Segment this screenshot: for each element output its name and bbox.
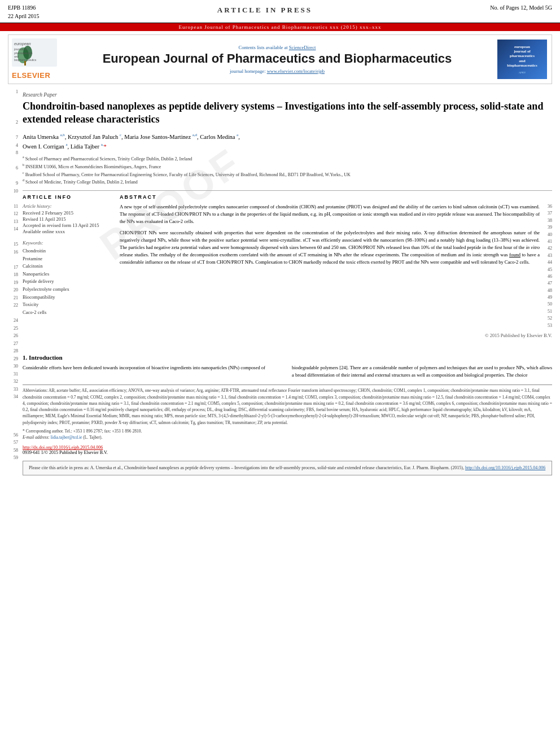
received-date: Received 2 February 2015 bbox=[23, 210, 113, 216]
intro-col-left: Considerable efforts have been dedicated… bbox=[23, 364, 283, 379]
article-info-title: ARTICLE INFO bbox=[23, 194, 113, 200]
ejpb-id: EJPB 11896 22 April 2015 bbox=[8, 3, 40, 20]
keyword-protamine: Protamine bbox=[23, 255, 113, 263]
svg-text:ELSEVIER: ELSEVIER bbox=[12, 71, 50, 80]
journal-title: European Journal of Pharmaceutics and Bi… bbox=[62, 51, 493, 66]
article-in-press-banner: ARTICLE IN PRESS bbox=[217, 3, 312, 15]
copyright-line: © 2015 Published by Elsevier B.V. bbox=[120, 333, 552, 338]
keyword-caco2: Caco-2 cells bbox=[23, 309, 113, 317]
article-info-col: ARTICLE INFO Article history: Received 2… bbox=[23, 194, 113, 338]
history-label: Article history: bbox=[23, 203, 113, 209]
svg-text:biopharmaceutics: biopharmaceutics bbox=[14, 58, 37, 62]
svg-rect-3 bbox=[24, 61, 26, 65]
svg-text:journal of: journal of bbox=[14, 47, 27, 51]
elsevier-logo-area: european journal of pharmaceutics and bi… bbox=[12, 38, 57, 80]
keywords-label: Keywords: bbox=[23, 240, 113, 246]
keyword-peptide-delivery: Peptide delivery bbox=[23, 278, 113, 286]
abstract-title: ABSTRACT bbox=[120, 194, 552, 200]
journal-cover-image: europeanjournal ofpharmaceuticsandbiopha… bbox=[497, 40, 547, 79]
pages-model: No. of Pages 12, Model 5G bbox=[490, 3, 552, 12]
contents-link[interactable]: Contents lists available at ScienceDirec… bbox=[62, 45, 493, 50]
doi-link[interactable]: http://dx.doi.org/10.1016/j.ejpb.2015.04… bbox=[23, 445, 103, 450]
email-link[interactable]: lidia.tajber@tcd.ie bbox=[51, 435, 82, 440]
citation-doi-link[interactable]: http://dx.doi.org/10.1016/j.ejpb.2015.04… bbox=[465, 465, 545, 470]
accepted-date: Accepted in revised form 13 April 2015 bbox=[23, 222, 113, 228]
article-title: Chondroitin-based nanoplexes as peptide … bbox=[23, 100, 552, 126]
available-date: Available online xxxx bbox=[23, 229, 113, 234]
page-body: 1 2 7 4 8 6 9 10 11 12 13 14 15 16 17 18 bbox=[8, 88, 552, 478]
abbreviations-text: Abbreviations: AB, acetate buffer; AE, a… bbox=[23, 387, 552, 426]
abstract-text: A new type of self-assembled polyelectro… bbox=[120, 203, 540, 329]
revised-date: Revised 11 April 2015 bbox=[23, 216, 113, 222]
authors-line: Anita Umerska a,b, Krzysztof Jan Paluch … bbox=[23, 132, 552, 152]
journal-homepage[interactable]: journal homepage: www.elsevier.com/locat… bbox=[62, 68, 493, 74]
footnotes: Abbreviations: AB, acetate buffer; AE, a… bbox=[23, 385, 552, 440]
keyword-calcitonin: Calcitonin bbox=[23, 263, 113, 270]
elsevier-branding: ELSEVIER bbox=[12, 70, 57, 80]
intro-col-right: biodegradable polymers [24]. There are a… bbox=[292, 364, 552, 379]
section-divider bbox=[23, 190, 552, 191]
introduction-section: 1. Introduction Considerable efforts hav… bbox=[23, 354, 552, 379]
journal-cover-right: europeanjournal ofpharmaceuticsandbiopha… bbox=[497, 40, 548, 79]
elsevier-logo-svg: ELSEVIER bbox=[12, 70, 51, 80]
keyword-toxicity: Toxicity bbox=[23, 301, 113, 309]
citation-prefix: Please cite this article in press as: A.… bbox=[29, 465, 465, 470]
abstract-line-numbers: 3637383940 4142434445 4647484950 515253 bbox=[541, 203, 552, 329]
keyword-biocompatibility: Biocompatibility bbox=[23, 294, 113, 302]
intro-two-col: Considerable efforts have been dedicated… bbox=[23, 364, 552, 379]
issn-line: 0939-641 1/© 2015 Published by Elsevier … bbox=[23, 450, 108, 455]
keyword-nanoparticles: Nanoparticles bbox=[23, 270, 113, 278]
line-numbers-left: 1 2 7 4 8 6 9 10 11 12 13 14 15 16 17 18 bbox=[8, 88, 20, 478]
abstract-content: A new type of self-assembled polyelectro… bbox=[120, 203, 552, 329]
article-info-abstract: ARTICLE INFO Article history: Received 2… bbox=[23, 194, 552, 338]
keyword-chondroitin: Chondroitin bbox=[23, 247, 113, 255]
doi-footer: http://dx.doi.org/10.1016/j.ejpb.2015.04… bbox=[23, 445, 552, 455]
email-line: E-mail address: lidia.tajber@tcd.ie (L. … bbox=[23, 434, 552, 440]
main-content: Research Paper Chondroitin-based nanople… bbox=[20, 88, 552, 478]
journal-banner: european journal of pharmaceutics and bi… bbox=[8, 34, 552, 84]
svg-text:european: european bbox=[14, 42, 31, 46]
citation-box: Please cite this article in press as: A.… bbox=[23, 461, 552, 475]
intro-heading: 1. Introduction bbox=[23, 354, 552, 361]
journal-logo-svg: european journal of pharmaceutics and bi… bbox=[12, 38, 57, 67]
corresponding-author: * Corresponding author. Tel.: +353 1 896… bbox=[23, 428, 552, 434]
section-label: Research Paper bbox=[23, 92, 552, 98]
keyword-polyelectrolyte: Polyelectrolyte complex bbox=[23, 286, 113, 294]
journal-title-center: Contents lists available at ScienceDirec… bbox=[62, 45, 493, 74]
affiliations: a School of Pharmacy and Pharmaceutical … bbox=[23, 155, 552, 186]
journal-watermark-band: European Journal of Pharmaceutics and Bi… bbox=[0, 23, 560, 31]
abstract-col: ABSTRACT A new type of self-assembled po… bbox=[120, 194, 552, 338]
